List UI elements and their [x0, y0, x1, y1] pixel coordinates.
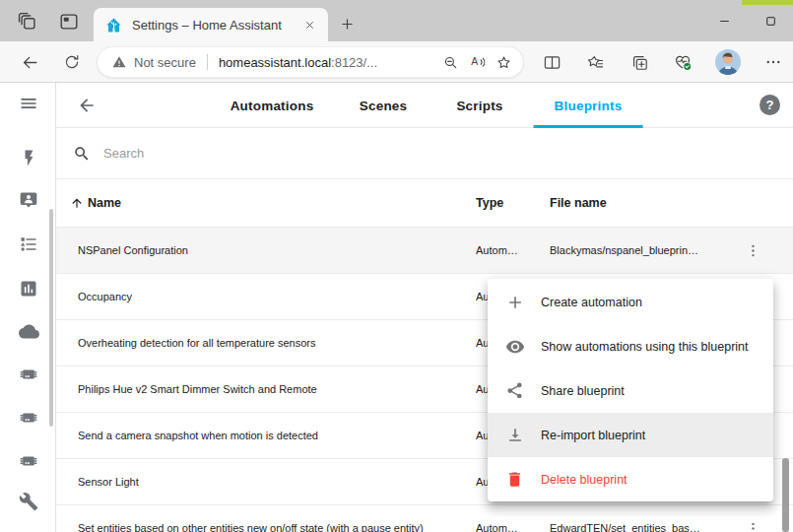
trash-icon	[505, 470, 525, 490]
plus-icon	[505, 293, 525, 312]
ha-back-icon[interactable]	[73, 92, 100, 119]
window-minimize-button[interactable]	[708, 7, 740, 34]
back-button-icon[interactable]	[16, 48, 43, 76]
menu-item-create-automation[interactable]: Create automation	[488, 280, 773, 324]
device-chip-icon-1[interactable]	[14, 360, 43, 389]
assist-icon[interactable]	[14, 185, 43, 215]
tab-close-icon[interactable]	[298, 14, 320, 35]
refresh-button-icon[interactable]	[58, 48, 86, 76]
workspaces-icon[interactable]	[54, 7, 84, 36]
table-row[interactable]: Set entities based on other entities new…	[56, 505, 793, 532]
table-row[interactable]: NSPanel Configuration Autom… Blackymas/n…	[56, 228, 793, 274]
window-maximize-button[interactable]	[755, 7, 786, 34]
profile-avatar[interactable]	[713, 47, 743, 77]
tab-title: Settings – Home Assistant	[132, 18, 298, 33]
share-icon	[505, 381, 525, 401]
settings-more-icon[interactable]	[760, 48, 787, 76]
zoom-out-icon[interactable]	[437, 49, 464, 76]
menu-hamburger-icon[interactable]	[14, 89, 43, 118]
tab-scripts[interactable]: Scripts	[456, 83, 502, 128]
svg-text:A: A	[471, 55, 478, 67]
home-assistant-logo-icon	[105, 17, 122, 33]
split-screen-icon[interactable]	[538, 48, 565, 76]
search-input[interactable]	[103, 146, 655, 161]
screen-share-indicator	[742, 0, 793, 5]
column-header-name[interactable]: Name	[70, 179, 121, 227]
menu-item-show-automations[interactable]: Show automations using this blueprint	[488, 324, 773, 368]
menu-item-reimport-blueprint[interactable]: Re-import blueprint	[488, 413, 773, 457]
address-bar[interactable]: Not secure homeassistant.local :8123/...…	[97, 46, 524, 78]
url-host: homeassistant.local	[219, 55, 331, 70]
ha-header: Automations Scenes Scripts Blueprints ?	[56, 83, 793, 128]
search-icon	[73, 145, 91, 163]
not-secure-label: Not secure	[134, 55, 196, 70]
ha-sidebar	[0, 83, 56, 532]
download-icon	[505, 426, 525, 445]
developer-tools-icon[interactable]	[14, 487, 43, 516]
search-row	[56, 128, 793, 179]
menu-item-delete-blueprint[interactable]: Delete blueprint	[488, 457, 773, 501]
cloud-icon[interactable]	[14, 316, 43, 346]
row-overflow-menu-icon[interactable]	[740, 237, 765, 263]
address-divider	[207, 54, 208, 70]
tab-scenes[interactable]: Scenes	[360, 83, 407, 128]
browser-tab[interactable]: Settings – Home Assistant	[94, 8, 328, 41]
page-scrollbar[interactable]	[782, 458, 789, 532]
tab-automations[interactable]: Automations	[231, 83, 314, 128]
new-tab-button[interactable]	[333, 10, 361, 37]
history-chart-icon[interactable]	[14, 274, 43, 303]
screen: Settings – Home Assistant	[0, 0, 793, 532]
row-overflow-menu-icon[interactable]	[740, 515, 765, 532]
read-aloud-icon[interactable]: A	[464, 49, 491, 76]
favorite-star-icon[interactable]	[491, 49, 517, 76]
tab-actions-icon[interactable]	[13, 7, 42, 36]
device-chip-icon-2[interactable]	[14, 403, 43, 432]
sidebar-scrollbar[interactable]	[49, 209, 53, 427]
browser-tab-strip: Settings – Home Assistant	[0, 0, 793, 41]
eye-icon	[505, 337, 525, 357]
url-path: :8123/...	[331, 55, 377, 70]
not-secure-warning-icon	[111, 54, 127, 70]
tab-blueprints[interactable]: Blueprints	[555, 83, 623, 128]
energy-icon[interactable]	[14, 143, 43, 172]
home-assistant-app: Automations Scenes Scripts Blueprints ? …	[0, 83, 793, 532]
table-header: Name Type File name	[56, 179, 793, 228]
browser-toolbar: Not secure homeassistant.local :8123/...…	[0, 41, 793, 83]
column-header-type[interactable]: Type	[476, 196, 503, 210]
browser-essentials-icon[interactable]	[669, 48, 696, 76]
help-icon[interactable]: ?	[760, 95, 780, 115]
device-chip-icon-3[interactable]	[14, 446, 43, 476]
collections-icon[interactable]	[626, 48, 653, 76]
blueprint-context-menu: Create automation Show automations using…	[488, 279, 773, 501]
sort-ascending-icon	[70, 196, 84, 210]
menu-item-share-blueprint[interactable]: Share blueprint	[488, 368, 773, 413]
column-header-file[interactable]: File name	[550, 196, 607, 210]
favorites-hub-icon[interactable]	[581, 48, 609, 76]
todo-list-icon[interactable]	[14, 230, 43, 259]
